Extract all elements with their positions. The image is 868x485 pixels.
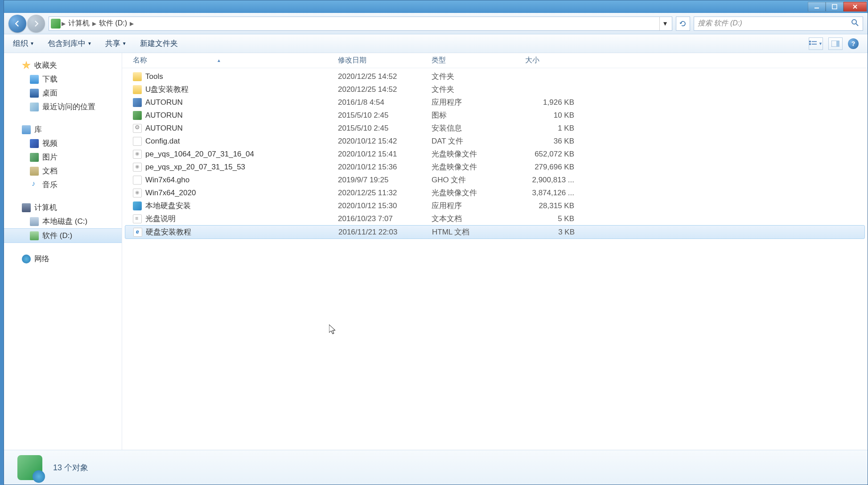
file-row[interactable]: 硬盘安装教程2016/11/21 22:03HTML 文档3 KB bbox=[125, 225, 865, 239]
sidebar-item[interactable]: 音乐 bbox=[4, 178, 122, 192]
view-mode-button[interactable]: ▼ bbox=[809, 37, 823, 50]
new-folder-button[interactable]: 新建文件夹 bbox=[140, 38, 178, 49]
share-menu[interactable]: 共享▼ bbox=[105, 38, 127, 49]
file-name-cell: Tools bbox=[133, 72, 338, 81]
svg-rect-8 bbox=[836, 41, 839, 47]
html-icon bbox=[133, 228, 142, 237]
file-row[interactable]: 光盘说明2016/10/23 7:07文本文档5 KB bbox=[122, 212, 868, 225]
file-icon bbox=[133, 137, 142, 146]
back-button[interactable] bbox=[8, 15, 26, 33]
sidebar-computer-header[interactable]: 计算机 bbox=[4, 201, 122, 214]
file-type: 文本文档 bbox=[432, 214, 525, 224]
sidebar-item[interactable]: 视频 bbox=[4, 136, 122, 150]
file-row[interactable]: Win7x64_20202020/12/25 11:32光盘映像文件3,874,… bbox=[122, 186, 868, 199]
refresh-button[interactable] bbox=[676, 16, 690, 31]
file-size: 652,072 KB bbox=[525, 150, 583, 159]
sidebar-libraries-group: 库 视频图片文档音乐 bbox=[4, 123, 122, 192]
sidebar-item[interactable]: 文档 bbox=[4, 164, 122, 178]
file-row[interactable]: pe_yqs_xp_20_07_31_15_532020/10/12 15:36… bbox=[122, 160, 868, 173]
file-name-label: pe_yqs_1064_20_07_31_16_04 bbox=[145, 150, 254, 159]
file-icon bbox=[133, 176, 142, 185]
file-name-cell: Win7x64_2020 bbox=[133, 189, 338, 197]
file-size: 3 KB bbox=[526, 228, 584, 237]
sidebar-libraries-header[interactable]: 库 bbox=[4, 123, 122, 136]
sidebar-item-label: 软件 (D:) bbox=[42, 230, 72, 241]
file-date: 2020/10/12 15:42 bbox=[338, 137, 432, 146]
sidebar-item[interactable]: 最近访问的位置 bbox=[4, 100, 122, 114]
file-list[interactable]: Tools2020/12/25 14:52文件夹U盘安装教程2020/12/25… bbox=[122, 68, 868, 450]
file-name-cell: Win7x64.gho bbox=[133, 176, 338, 185]
chevron-right-icon[interactable]: ▶ bbox=[130, 21, 134, 27]
svg-rect-5 bbox=[809, 43, 811, 45]
file-row[interactable]: 本地硬盘安装2020/10/12 15:30应用程序28,315 KB bbox=[122, 199, 868, 212]
file-date: 2020/10/12 15:41 bbox=[338, 150, 432, 159]
search-input[interactable]: 搜索 软件 (D:) bbox=[694, 16, 863, 31]
column-name[interactable]: 名称 ▲ bbox=[133, 56, 338, 65]
breadcrumb-dropdown[interactable]: ▾ bbox=[659, 17, 670, 30]
desktop-icon bbox=[30, 89, 39, 98]
sidebar-item[interactable]: 软件 (D:) bbox=[4, 228, 122, 243]
file-row[interactable]: AUTORUN2015/5/10 2:45图标10 KB bbox=[122, 109, 868, 122]
file-name-cell: Config.dat bbox=[133, 137, 338, 146]
file-date: 2016/10/23 7:07 bbox=[338, 214, 432, 223]
chevron-down-icon: ▼ bbox=[87, 41, 92, 46]
toolbar: 组织▼ 包含到库中▼ 共享▼ 新建文件夹 ▼ ? bbox=[4, 34, 868, 53]
folder-icon bbox=[133, 85, 142, 94]
organize-menu[interactable]: 组织▼ bbox=[13, 38, 34, 49]
drive-d-icon bbox=[30, 231, 39, 240]
file-size: 3,874,126 ... bbox=[525, 189, 583, 197]
sidebar-favorites-header[interactable]: 收藏夹 bbox=[4, 58, 122, 72]
file-name-label: pe_yqs_xp_20_07_31_15_53 bbox=[145, 163, 245, 172]
minimize-button[interactable] bbox=[808, 2, 826, 12]
file-type: 文件夹 bbox=[432, 84, 525, 95]
column-type[interactable]: 类型 bbox=[432, 56, 525, 65]
help-button[interactable]: ? bbox=[848, 38, 859, 49]
breadcrumb[interactable]: ▶ 计算机 ▶ 软件 (D:) ▶ ▾ bbox=[49, 16, 672, 31]
file-row[interactable]: Win7x64.gho2019/9/7 19:25GHO 文件2,900,813… bbox=[122, 173, 868, 186]
forward-button bbox=[27, 15, 45, 33]
include-library-menu[interactable]: 包含到库中▼ bbox=[48, 38, 92, 49]
file-name-cell: 光盘说明 bbox=[133, 214, 338, 224]
svg-rect-6 bbox=[812, 44, 817, 45]
file-row[interactable]: Config.dat2020/10/12 15:42DAT 文件36 KB bbox=[122, 135, 868, 148]
network-icon bbox=[22, 255, 31, 263]
svg-point-2 bbox=[852, 20, 856, 24]
file-area: 名称 ▲ 修改日期 类型 大小 Tools2020/12/25 14:52文件夹… bbox=[122, 53, 868, 450]
chevron-right-icon[interactable]: ▶ bbox=[92, 21, 96, 27]
file-size: 36 KB bbox=[525, 137, 583, 146]
maximize-button[interactable] bbox=[826, 2, 843, 12]
chevron-down-icon: ▼ bbox=[122, 41, 127, 46]
file-row[interactable]: AUTORUN2016/1/8 4:54应用程序1,926 KB bbox=[122, 96, 868, 109]
breadcrumb-drive[interactable]: 软件 (D:) bbox=[96, 19, 130, 28]
file-row[interactable]: pe_yqs_1064_20_07_31_16_042020/10/12 15:… bbox=[122, 148, 868, 160]
column-size[interactable]: 大小 bbox=[525, 56, 583, 65]
preview-pane-button[interactable] bbox=[828, 37, 843, 50]
body-area: 收藏夹 下载桌面最近访问的位置 库 视频图片文档音乐 计算机 本地磁盘 (C:)… bbox=[4, 53, 868, 450]
file-name-label: 光盘说明 bbox=[145, 214, 176, 224]
sidebar-network-group: 网络 bbox=[4, 252, 122, 266]
column-date[interactable]: 修改日期 bbox=[338, 56, 432, 65]
sidebar-item[interactable]: 下载 bbox=[4, 72, 122, 86]
file-row[interactable]: AUTORUN2015/5/10 2:45安装信息1 KB bbox=[122, 122, 868, 135]
chevron-right-icon[interactable]: ▶ bbox=[62, 21, 66, 27]
sidebar-network-header[interactable]: 网络 bbox=[4, 252, 122, 266]
breadcrumb-computer[interactable]: 计算机 bbox=[66, 19, 92, 28]
sidebar-item-label: 文档 bbox=[42, 166, 58, 176]
close-button[interactable] bbox=[843, 2, 867, 12]
file-type: 安装信息 bbox=[432, 123, 525, 133]
nav-bar: ▶ 计算机 ▶ 软件 (D:) ▶ ▾ 搜索 软件 (D:) bbox=[4, 13, 868, 34]
sidebar-item[interactable]: 图片 bbox=[4, 150, 122, 164]
sidebar-item[interactable]: 桌面 bbox=[4, 86, 122, 100]
file-date: 2015/5/10 2:45 bbox=[338, 111, 432, 120]
statusbar: 13 个对象 bbox=[4, 450, 868, 485]
music-icon bbox=[30, 181, 39, 189]
sidebar-item-label: 本地磁盘 (C:) bbox=[42, 216, 87, 226]
file-row[interactable]: Tools2020/12/25 14:52文件夹 bbox=[122, 70, 868, 83]
sidebar-item[interactable]: 本地磁盘 (C:) bbox=[4, 214, 122, 228]
file-name-label: AUTORUN bbox=[145, 98, 183, 107]
file-row[interactable]: U盘安装教程2020/12/25 14:52文件夹 bbox=[122, 83, 868, 96]
star-icon bbox=[22, 61, 31, 70]
search-icon bbox=[851, 19, 859, 29]
file-name-label: U盘安装教程 bbox=[145, 84, 189, 95]
file-type: 光盘映像文件 bbox=[432, 149, 525, 159]
